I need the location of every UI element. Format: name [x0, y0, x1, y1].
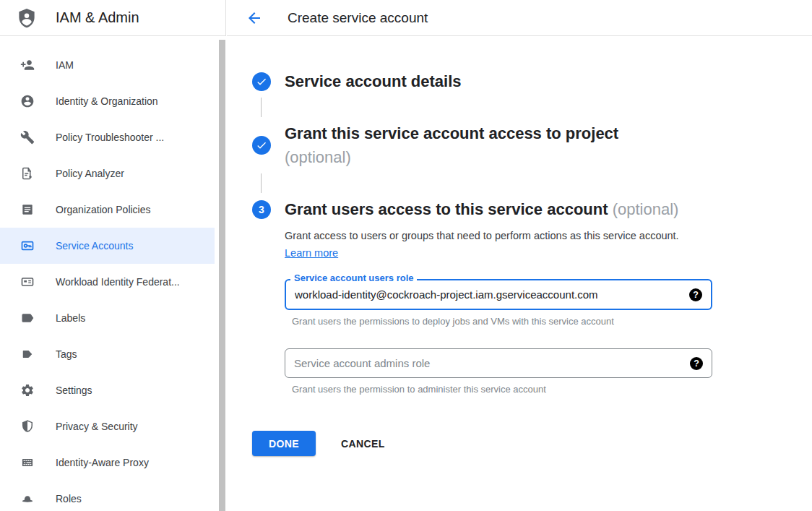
sidebar-item-label: Identity-Aware Proxy: [56, 457, 149, 468]
step3-title: Grant users access to this service accou…: [285, 197, 678, 221]
wrench-icon: [20, 130, 35, 145]
step2-title: Grant this service account access to pro…: [285, 121, 618, 169]
iam-admin-logo-icon: [16, 7, 38, 29]
shield-half-icon: [20, 419, 35, 434]
sidebar-item-label: Policy Analyzer: [56, 168, 124, 179]
sidebar-item-identity-aware-proxy[interactable]: Identity-Aware Proxy: [0, 445, 215, 481]
document-list-icon: [20, 202, 35, 217]
person-add-icon: [20, 58, 35, 72]
label-icon: [20, 311, 35, 325]
step3-description: Grant access to users or groups that nee…: [285, 227, 681, 262]
step2-complete-icon: [252, 136, 271, 155]
step-connector: [261, 98, 262, 117]
step3-body: Grant access to users or groups that nee…: [285, 227, 812, 395]
users-role-field: Service account users role ? Grant users…: [285, 279, 712, 327]
sidebar-header: IAM & Admin: [0, 0, 225, 36]
sidebar-scrollbar: [218, 36, 226, 511]
gear-icon: [20, 383, 35, 398]
sidebar-item-label: Identity & Organization: [56, 95, 158, 107]
iam-admin-console: IAM & Admin IAM Identity & Organization: [0, 0, 812, 511]
step1-complete-icon: [252, 72, 271, 91]
sidebar-item-organization-policies[interactable]: Organization Policies: [0, 192, 215, 228]
tag-icon: [20, 347, 35, 361]
form-actions: DONE CANCEL: [252, 431, 812, 456]
step3-number: 3: [259, 204, 264, 215]
policy-analyzer-icon: [20, 166, 35, 181]
sidebar: IAM & Admin IAM Identity & Organization: [0, 0, 226, 511]
main-panel: Create service account Service account d…: [227, 0, 812, 511]
sidebar-item-workload-identity-federation[interactable]: Workload Identity Federat...: [0, 264, 215, 300]
account-circle-icon: [20, 94, 35, 108]
step3-optional-label: (optional): [613, 200, 679, 218]
page-title: Create service account: [288, 10, 428, 26]
admins-role-helper-text: Grant users the permission to administer…: [285, 384, 712, 395]
sidebar-item-identity-organization[interactable]: Identity & Organization: [0, 83, 215, 119]
sidebar-item-settings[interactable]: Settings: [0, 372, 215, 408]
cancel-button[interactable]: CANCEL: [337, 437, 389, 450]
sidebar-item-label: Privacy & Security: [56, 421, 138, 432]
proxy-grid-icon: [20, 455, 35, 470]
sidebar-item-label: Service Accounts: [56, 240, 133, 252]
sidebar-item-tags[interactable]: Tags: [0, 336, 215, 372]
step1-title: Service account details: [285, 69, 462, 93]
step-grant-users-access: 3 Grant users access to this service acc…: [252, 197, 812, 221]
users-role-label: Service account users role: [290, 272, 417, 283]
sidebar-item-label: Tags: [56, 348, 77, 360]
learn-more-link[interactable]: Learn more: [285, 247, 338, 259]
sidebar-item-policy-troubleshooter[interactable]: Policy Troubleshooter ...: [0, 119, 215, 155]
sidebar-item-label: Workload Identity Federat...: [56, 276, 180, 288]
step-service-account-details: Service account details: [252, 69, 812, 93]
step3-number-badge: 3: [252, 200, 271, 219]
users-role-box: ?: [285, 279, 712, 310]
help-icon[interactable]: ?: [690, 357, 703, 370]
sidebar-item-roles[interactable]: Roles: [0, 481, 215, 511]
users-role-input[interactable]: [295, 288, 689, 301]
app-title: IAM & Admin: [56, 9, 139, 26]
help-icon[interactable]: ?: [689, 288, 702, 301]
sidebar-item-service-accounts[interactable]: Service Accounts: [0, 228, 215, 264]
users-role-helper-text: Grant users the permissions to deploy jo…: [285, 316, 712, 327]
admins-role-input[interactable]: [294, 357, 690, 369]
sidebar-item-label: Organization Policies: [56, 204, 151, 215]
stepper-content: Service account details Grant this servi…: [227, 36, 812, 456]
back-arrow-icon[interactable]: [246, 9, 263, 27]
sidebar-item-label: IAM: [56, 59, 74, 71]
sidebar-item-label: Labels: [56, 312, 85, 324]
id-card-icon: [20, 275, 35, 289]
step-grant-project-access: Grant this service account access to pro…: [252, 121, 812, 169]
sidebar-item-policy-analyzer[interactable]: Policy Analyzer: [0, 155, 215, 192]
sidebar-nav: IAM Identity & Organization Policy Troub…: [0, 36, 215, 511]
sidebar-item-privacy-security[interactable]: Privacy & Security: [0, 408, 215, 445]
page-header: Create service account: [227, 0, 812, 36]
sidebar-item-labels[interactable]: Labels: [0, 300, 215, 336]
sidebar-item-iam[interactable]: IAM: [0, 47, 215, 83]
admins-role-field: ? Grant users the permission to administ…: [285, 348, 712, 395]
sidebar-scrollbar-thumb[interactable]: [219, 40, 225, 511]
service-account-icon: [20, 239, 35, 253]
hat-icon: [20, 491, 35, 506]
done-button[interactable]: DONE: [252, 431, 316, 456]
sidebar-item-label: Roles: [56, 493, 82, 504]
sidebar-item-label: Settings: [56, 385, 92, 396]
admins-role-box: ?: [285, 348, 712, 378]
sidebar-item-label: Policy Troubleshooter ...: [56, 132, 164, 143]
step-connector: [261, 173, 262, 193]
step2-optional-label: (optional): [285, 148, 351, 166]
